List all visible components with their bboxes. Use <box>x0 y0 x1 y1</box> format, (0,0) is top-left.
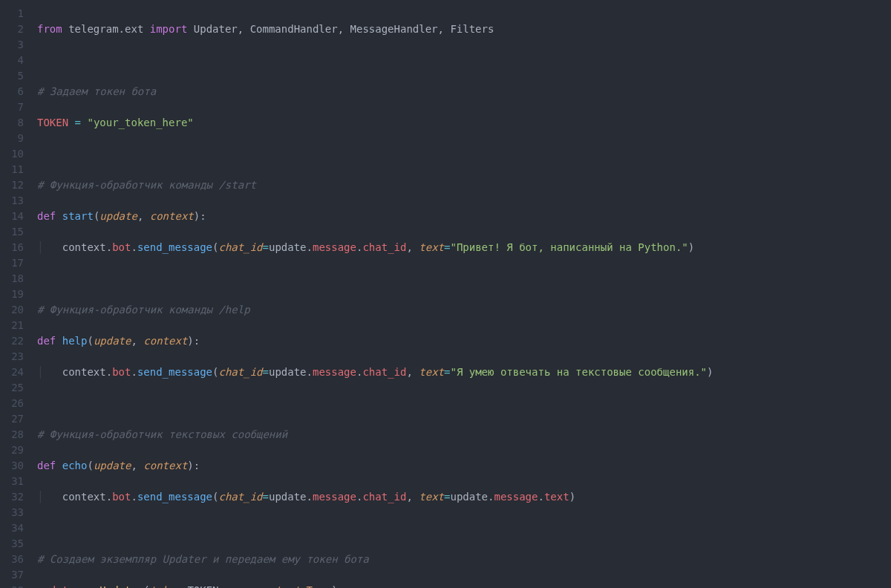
code-line[interactable]: # Задаем токен бота <box>37 84 891 99</box>
line-number: 10 <box>0 146 24 162</box>
code-line[interactable]: TOKEN = "your_token_here" <box>37 115 891 131</box>
line-number-gutter: 1 2 3 4 5 6 7 8 9 10 11 12 13 14 15 16 1… <box>0 6 37 588</box>
line-number: 32 <box>0 489 24 505</box>
line-number: 27 <box>0 411 24 427</box>
line-number: 12 <box>0 177 24 193</box>
code-line[interactable]: updater = Updater(token=TOKEN, use_conte… <box>37 583 891 588</box>
line-number: 30 <box>0 458 24 474</box>
line-number: 24 <box>0 365 24 380</box>
line-number: 3 <box>0 37 24 53</box>
line-number: 36 <box>0 552 24 567</box>
line-number: 29 <box>0 442 24 458</box>
line-number: 31 <box>0 474 24 489</box>
line-number: 21 <box>0 318 24 333</box>
code-line[interactable]: # Функция-обработчик команды /start <box>37 177 891 193</box>
code-line[interactable]: from telegram.ext import Updater, Comman… <box>37 22 891 37</box>
code-line[interactable]: # Создаем экземпляр Updater и передаем е… <box>37 552 891 567</box>
line-number: 11 <box>0 162 24 177</box>
line-number: 28 <box>0 427 24 442</box>
line-number: 35 <box>0 536 24 552</box>
code-line[interactable]: │ context.bot.send_message(chat_id=updat… <box>37 240 891 255</box>
line-number: 17 <box>0 255 24 271</box>
code-area[interactable]: from telegram.ext import Updater, Comman… <box>37 6 891 588</box>
line-number: 20 <box>0 302 24 318</box>
line-number: 19 <box>0 287 24 302</box>
line-number: 5 <box>0 68 24 84</box>
code-line[interactable]: │ context.bot.send_message(chat_id=updat… <box>37 365 891 380</box>
line-number: 6 <box>0 84 24 99</box>
line-number: 15 <box>0 224 24 240</box>
line-number: 22 <box>0 333 24 349</box>
line-number: 4 <box>0 53 24 68</box>
line-number: 26 <box>0 396 24 411</box>
code-line[interactable]: # Функция-обработчик текстовых сообщений <box>37 427 891 442</box>
code-line[interactable]: def help(update, context): <box>37 333 891 349</box>
line-number: 18 <box>0 271 24 287</box>
code-line[interactable]: # Функция-обработчик команды /help <box>37 302 891 318</box>
line-number: 37 <box>0 567 24 583</box>
code-line[interactable]: │ context.bot.send_message(chat_id=updat… <box>37 489 891 505</box>
code-editor[interactable]: 1 2 3 4 5 6 7 8 9 10 11 12 13 14 15 16 1… <box>0 0 891 588</box>
line-number: 23 <box>0 349 24 365</box>
line-number: 33 <box>0 505 24 520</box>
code-line[interactable] <box>37 520 891 536</box>
line-number: 13 <box>0 193 24 209</box>
line-number: 25 <box>0 380 24 396</box>
line-number: 34 <box>0 520 24 536</box>
line-number: 38 <box>0 583 24 588</box>
code-line[interactable] <box>37 53 891 68</box>
line-number: 7 <box>0 99 24 115</box>
line-number: 16 <box>0 240 24 255</box>
line-number: 2 <box>0 22 24 37</box>
code-line[interactable] <box>37 396 891 411</box>
line-number: 14 <box>0 209 24 224</box>
line-number: 9 <box>0 131 24 146</box>
code-line[interactable] <box>37 271 891 287</box>
code-line[interactable] <box>37 146 891 162</box>
line-number: 1 <box>0 6 24 22</box>
code-line[interactable]: def echo(update, context): <box>37 458 891 474</box>
line-number: 8 <box>0 115 24 131</box>
code-line[interactable]: def start(update, context): <box>37 209 891 224</box>
